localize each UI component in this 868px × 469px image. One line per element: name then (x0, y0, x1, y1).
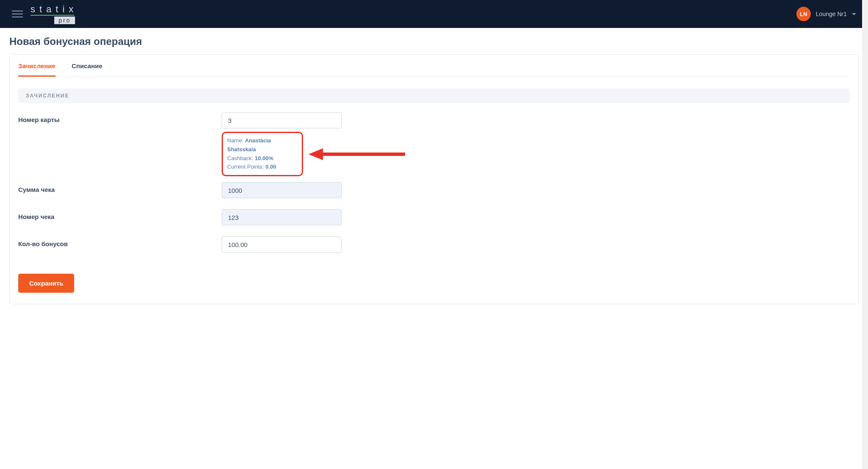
row-card-number: Номер карты Name: Anastácia Shatsskaia C… (18, 112, 850, 176)
label-bonus-qty: Кол-во бонусов (18, 236, 222, 247)
svg-marker-1 (309, 148, 323, 160)
input-card-number[interactable] (222, 112, 342, 128)
form-card: Зачисление Списание ЗАЧИСЛЕНИЕ Номер кар… (9, 54, 859, 304)
input-check-number[interactable] (222, 209, 342, 225)
card-info-box: Name: Anastácia Shatsskaia Cashback: 10.… (222, 132, 303, 176)
info-points: Current Points: 0.00 (227, 163, 298, 172)
info-name: Name: Anastácia Shatsskaia (227, 136, 298, 154)
avatar: LN (796, 7, 811, 21)
logo-badge: pro (54, 17, 75, 24)
logo[interactable]: statix pro (31, 4, 78, 24)
save-button[interactable]: Сохранить (18, 274, 74, 293)
header-left: statix pro (12, 4, 78, 24)
label-check-number: Номер чека (18, 209, 222, 220)
user-name: Lounge Nr1 (816, 11, 847, 17)
chevron-down-icon (852, 13, 856, 15)
app-header: statix pro LN Lounge Nr1 (0, 0, 868, 28)
input-check-amount[interactable] (222, 182, 342, 198)
arrow-annotation-icon (309, 147, 406, 162)
section-header: ЗАЧИСЛЕНИЕ (18, 89, 850, 103)
row-check-amount: Сумма чека (18, 182, 850, 198)
label-check-amount: Сумма чека (18, 182, 222, 193)
tabs: Зачисление Списание (18, 62, 850, 77)
tab-credit[interactable]: Зачисление (18, 62, 56, 76)
row-bonus-qty: Кол-во бонусов (18, 236, 850, 253)
input-bonus-qty[interactable] (222, 236, 342, 253)
info-cashback: Cashback: 10.00% (227, 154, 298, 163)
logo-text: statix (31, 4, 78, 15)
row-check-number: Номер чека (18, 209, 850, 225)
label-card-number: Номер карты (18, 112, 222, 123)
user-menu[interactable]: LN Lounge Nr1 (796, 7, 856, 21)
content-area: Новая бонусная операция Зачисление Списа… (0, 28, 868, 312)
tab-debit[interactable]: Списание (72, 62, 103, 76)
page-title: Новая бонусная операция (9, 36, 859, 47)
scrollbar[interactable] (862, 0, 868, 312)
menu-icon[interactable] (12, 11, 23, 17)
